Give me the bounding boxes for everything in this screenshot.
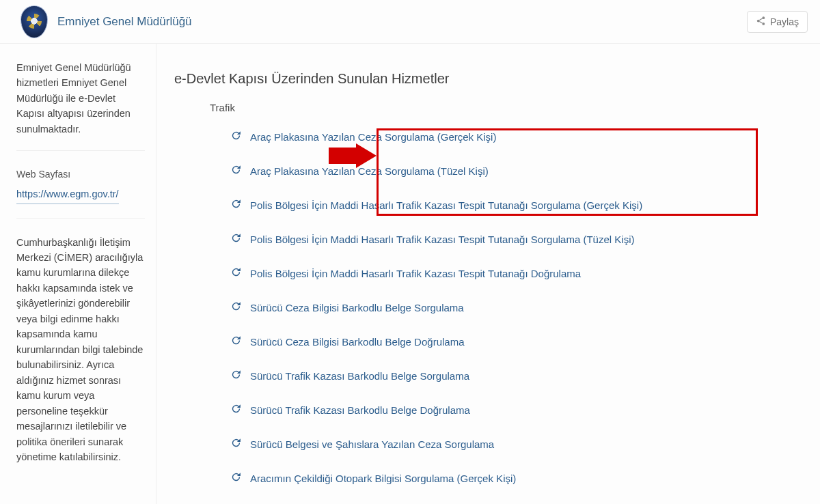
service-item: Sürücü Trafik Kazası Barkodlu Belge Sorg… (230, 365, 804, 387)
service-link[interactable]: Polis Bölgesi İçin Maddi Hasarlı Trafik … (250, 199, 642, 211)
service-list: Araç Plakasına Yazılan Ceza Sorgulama (G… (230, 126, 804, 504)
web-label: Web Sayfası (16, 167, 145, 182)
refresh-icon (230, 403, 242, 417)
svg-point-1 (757, 19, 760, 22)
page-header: Emniyet Genel Müdürlüğü Paylaş (0, 0, 820, 44)
sidebar-intro: Emniyet Genel Müdürlüğü hizmetleri Emniy… (16, 60, 145, 151)
service-item: Polis Bölgesi İçin Maddi Hasarlı Trafik … (230, 228, 804, 250)
main-content: e-Devlet Kapısı Üzerinden Sunulan Hizmet… (156, 44, 820, 504)
service-link[interactable]: Araç Plakasına Yazılan Ceza Sorgulama (T… (250, 165, 489, 177)
refresh-icon (230, 232, 242, 246)
service-link[interactable]: Sürücü Ceza Bilgisi Barkodlu Belge Doğru… (250, 336, 465, 348)
service-link[interactable]: Sürücü Ceza Bilgisi Barkodlu Belge Sorgu… (250, 302, 464, 313)
refresh-icon (230, 266, 242, 280)
service-item: Aracımın Çekildiği Otopark Bilgisi Sorgu… (230, 501, 804, 504)
refresh-icon (230, 130, 242, 143)
refresh-icon (230, 335, 242, 348)
svg-point-0 (762, 16, 765, 19)
service-item: Araç Plakasına Yazılan Ceza Sorgulama (G… (230, 126, 804, 148)
service-link[interactable]: Araç Plakasına Yazılan Ceza Sorgulama (G… (250, 131, 496, 143)
service-link[interactable]: Polis Bölgesi İçin Maddi Hasarlı Trafik … (250, 234, 634, 245)
service-item: Sürücü Belgesi ve Şahıslara Yazılan Ceza… (230, 433, 804, 455)
service-link[interactable]: Sürücü Belgesi ve Şahıslara Yazılan Ceza… (250, 438, 494, 450)
institution-name: Emniyet Genel Müdürlüğü (57, 15, 192, 29)
page-title: e-Devlet Kapısı Üzerinden Sunulan Hizmet… (174, 71, 804, 87)
service-item: Sürücü Ceza Bilgisi Barkodlu Belge Doğru… (230, 331, 804, 352)
service-link[interactable]: Sürücü Trafik Kazası Barkodlu Belge Doğr… (250, 404, 470, 416)
refresh-icon (230, 300, 242, 314)
header-left: Emniyet Genel Müdürlüğü (20, 5, 192, 38)
refresh-icon (230, 369, 242, 382)
refresh-icon (230, 471, 242, 485)
refresh-icon (230, 437, 242, 451)
sidebar: Emniyet Genel Müdürlüğü hizmetleri Emniy… (0, 44, 156, 504)
service-link[interactable]: Sürücü Trafik Kazası Barkodlu Belge Sorg… (250, 370, 469, 382)
share-button[interactable]: Paylaş (747, 11, 808, 33)
sidebar-cimer-text: Cumhurbaşkanlığı İletişim Merkezi (CİMER… (16, 235, 145, 479)
service-item: Polis Bölgesi İçin Maddi Hasarlı Trafik … (230, 262, 804, 284)
institution-website-link[interactable]: https://www.egm.gov.tr/ (16, 186, 119, 204)
share-label: Paylaş (770, 16, 799, 27)
service-link[interactable]: Polis Bölgesi İçin Maddi Hasarlı Trafik … (250, 268, 581, 279)
svg-point-2 (762, 23, 765, 25)
service-item: Araç Plakasına Yazılan Ceza Sorgulama (T… (230, 160, 804, 182)
institution-logo (20, 5, 48, 38)
service-item: Sürücü Trafik Kazası Barkodlu Belge Doğr… (230, 399, 804, 421)
section-title: Trafik (210, 102, 804, 113)
service-item: Polis Bölgesi İçin Maddi Hasarlı Trafik … (230, 194, 804, 216)
service-link[interactable]: Aracımın Çekildiği Otopark Bilgisi Sorgu… (250, 473, 516, 484)
service-item: Sürücü Ceza Bilgisi Barkodlu Belge Sorgu… (230, 296, 804, 318)
refresh-icon (230, 164, 242, 178)
share-icon (756, 16, 766, 28)
service-item: Aracımın Çekildiği Otopark Bilgisi Sorgu… (230, 467, 804, 489)
refresh-icon (230, 198, 242, 212)
